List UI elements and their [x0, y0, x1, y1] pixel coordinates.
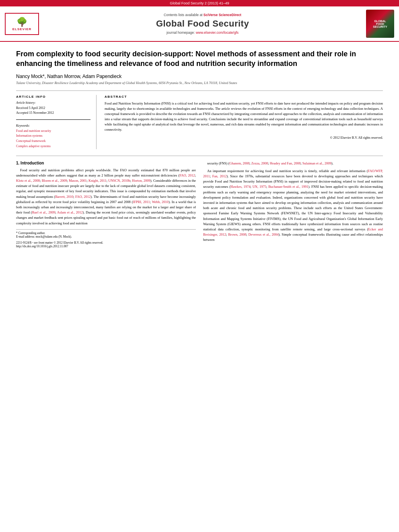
abstract-block: ABSTRACT Food and Nutrition Security Inf…: [105, 95, 383, 149]
keyword-3[interactable]: Conceptual framework: [16, 139, 90, 144]
journal-main-title: Global Food Security: [43, 18, 362, 29]
article-title: From complexity to food security decisio…: [16, 49, 383, 69]
right-body-text: security (FNS) (Ghanem, 2008; Zezza, 200…: [203, 161, 383, 243]
body-columns: 1. Introduction Food security and nutrit…: [16, 156, 383, 248]
issn-line: 2211-9124/$ - see front matter © 2012 El…: [16, 241, 196, 244]
abstract-title: ABSTRACT: [105, 95, 383, 99]
abstract-text: Food and Nutrition Security Information …: [105, 101, 383, 133]
article-info-title: ARTICLE INFO: [16, 95, 90, 99]
keyword-2[interactable]: Information systems: [16, 134, 90, 139]
right-column: security (FNS) (Ghanem, 2008; Zezza, 200…: [203, 161, 383, 248]
journal-title-block: Contents lists available at SciVerse Sci…: [39, 13, 366, 35]
journal-citation: Global Food Security 2 (2013) 41–49: [170, 1, 229, 5]
footnote: * Corresponding author. E-mail address: …: [16, 229, 196, 238]
keyword-1[interactable]: Food and nutrition security: [16, 129, 90, 134]
affiliation: Tulane University, Disaster Resilience L…: [16, 81, 383, 85]
received-date: Received 5 April 2012 Accepted 15 Novemb…: [16, 106, 90, 115]
journal-header: 🌳 ELSEVIER Contents lists available at S…: [0, 6, 399, 42]
accepted-line: Accepted 15 November 2012: [16, 111, 90, 115]
footnote-marker: * Corresponding author.: [16, 231, 196, 235]
homepage-text: journal homepage:: [167, 31, 196, 35]
journal-homepage: journal homepage: www.elsevier.com/locat…: [43, 31, 362, 35]
article-info: ARTICLE INFO Article history: Received 5…: [16, 95, 97, 149]
elsevier-wordmark: ELSEVIER: [12, 27, 32, 31]
email-line: E-mail address: mock@tulane.edu (N. Mock…: [16, 235, 196, 238]
right-para-1: security (FNS) (Ghanem, 2008; Zezza, 200…: [203, 161, 383, 166]
journal-thumbnail: GLOBALFOODSECURITY: [366, 10, 394, 38]
keywords-list: Food and nutrition security Information …: [16, 129, 90, 149]
keyword-4[interactable]: Complex adaptive systems: [16, 144, 90, 149]
history-label: Article history:: [16, 101, 90, 105]
left-body-text: Food security and nutrition problems aff…: [16, 168, 196, 226]
contents-text: Contents lists available at: [164, 13, 204, 17]
sciverse-line: Contents lists available at SciVerse Sci…: [43, 13, 362, 17]
homepage-link[interactable]: www.elsevier.com/locate/gfs: [196, 31, 239, 35]
received-line: Received 5 April 2012: [16, 106, 90, 111]
authors: Nancy Mock*, Nathan Morrow, Adam Papendi…: [16, 74, 383, 79]
elsevier-logo: 🌳 ELSEVIER: [5, 13, 39, 35]
top-bar: Global Food Security 2 (2013) 41–49: [0, 0, 399, 6]
left-para-1: Food security and nutrition problems aff…: [16, 168, 196, 226]
copyright-line: © 2012 Elsevier B.V. All rights reserved…: [105, 136, 383, 140]
info-abstract-block: ARTICLE INFO Article history: Received 5…: [16, 90, 383, 149]
sciverse-link[interactable]: SciVerse ScienceDirect: [204, 13, 241, 17]
doi-line: http://dx.doi.org/10.1016/j.gfs.2012.11.…: [16, 244, 196, 248]
keywords-label: Keywords:: [16, 124, 90, 127]
section1-heading: 1. Introduction: [16, 161, 196, 165]
info-separator: [16, 119, 90, 120]
main-content: From complexity to food security decisio…: [0, 42, 399, 255]
right-para-2: An important requirement for achieving f…: [203, 168, 383, 242]
author-names: Nancy Mock*, Nathan Morrow, Adam Papendi…: [16, 74, 121, 79]
elsevier-tree-icon: 🌳: [16, 17, 27, 27]
left-column: 1. Introduction Food security and nutrit…: [16, 161, 196, 248]
